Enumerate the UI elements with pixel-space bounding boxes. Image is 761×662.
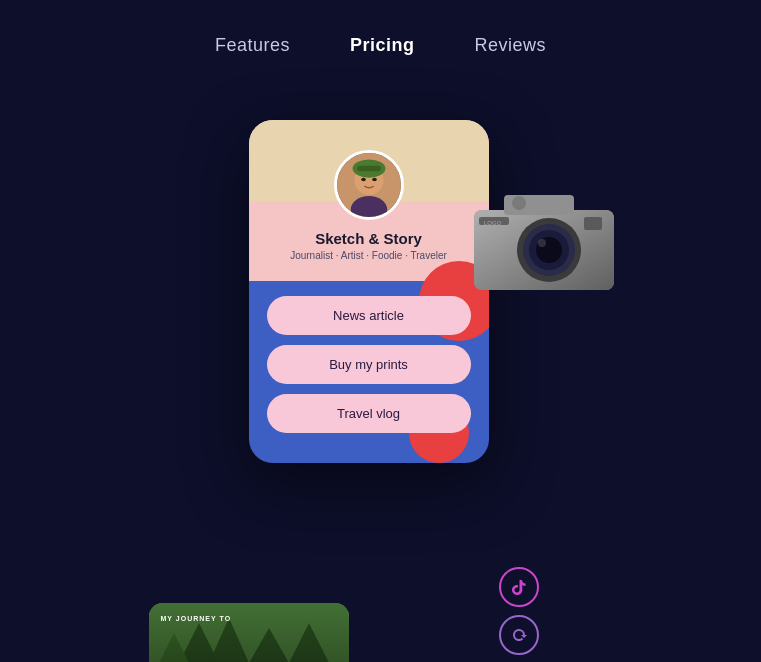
nav-pricing[interactable]: Pricing xyxy=(350,35,415,56)
card-bottom: News article Buy my prints Travel vlog xyxy=(249,281,489,463)
link-travel-vlog[interactable]: Travel vlog xyxy=(267,394,471,433)
svg-point-6 xyxy=(372,178,377,182)
refresh-icon[interactable] xyxy=(499,615,539,655)
link-news-article[interactable]: News article xyxy=(267,296,471,335)
svg-point-14 xyxy=(538,239,546,247)
main-nav: Features Pricing Reviews xyxy=(0,0,761,56)
nav-reviews[interactable]: Reviews xyxy=(475,35,547,56)
link-buy-prints[interactable]: Buy my prints xyxy=(267,345,471,384)
avatar xyxy=(334,150,404,220)
video-tag: MY JOURNEY TO xyxy=(161,615,232,622)
svg-rect-4 xyxy=(357,166,381,171)
profile-subtitle: Journalist · Artist · Foodie · Traveler xyxy=(290,250,447,261)
video-card: MY JOURNEY TO Seoul ⏸ xyxy=(149,603,349,662)
svg-rect-15 xyxy=(584,217,602,230)
svg-text:LOGO: LOGO xyxy=(484,220,502,226)
profile-card: Sketch & Story Journalist · Artist · Foo… xyxy=(249,120,489,463)
avatar-image xyxy=(337,153,401,217)
svg-point-5 xyxy=(361,178,366,182)
tiktok-icon[interactable] xyxy=(499,567,539,607)
svg-point-16 xyxy=(512,196,526,210)
nav-features[interactable]: Features xyxy=(215,35,290,56)
video-overlay xyxy=(149,603,349,662)
camera-image: LOGO xyxy=(454,175,634,305)
social-icons-container xyxy=(499,567,539,662)
profile-name: Sketch & Story xyxy=(315,230,422,247)
card-top: Sketch & Story Journalist · Artist · Foo… xyxy=(249,120,489,281)
